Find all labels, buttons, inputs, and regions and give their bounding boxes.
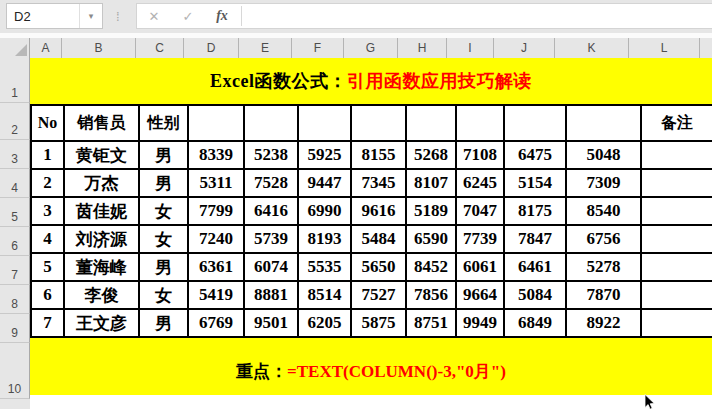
cell-E6[interactable]: 5739	[244, 225, 298, 253]
cell-E9[interactable]: 9501	[244, 309, 298, 337]
cell-D4[interactable]: 5311	[188, 169, 244, 197]
row-header-2[interactable]: 2	[0, 103, 30, 140]
cell-I2[interactable]	[456, 105, 504, 141]
cell-C6[interactable]: 女	[139, 225, 188, 253]
cell-H5[interactable]: 5189	[406, 197, 456, 225]
cell-L8[interactable]	[641, 281, 712, 309]
cell-H8[interactable]: 7856	[406, 281, 456, 309]
cell-C7[interactable]: 男	[139, 253, 188, 281]
cell-E7[interactable]: 6074	[244, 253, 298, 281]
cell-G3[interactable]: 8155	[351, 141, 406, 169]
column-header-G[interactable]: G	[344, 38, 398, 58]
cell-H3[interactable]: 5268	[406, 141, 456, 169]
cell-H7[interactable]: 8452	[406, 253, 456, 281]
column-header-B[interactable]: B	[62, 38, 136, 58]
cell-G4[interactable]: 7345	[351, 169, 406, 197]
column-header-J[interactable]: J	[494, 38, 555, 58]
cell-J4[interactable]: 5154	[504, 169, 566, 197]
cell-J8[interactable]: 5084	[504, 281, 566, 309]
cell-F9[interactable]: 6205	[298, 309, 351, 337]
cell-A6[interactable]: 4	[31, 225, 64, 253]
column-header-C[interactable]: C	[136, 38, 184, 58]
cell-C2[interactable]: 性别	[139, 105, 188, 141]
name-box[interactable]: D2 ▾	[6, 3, 103, 29]
cell-L5[interactable]	[641, 197, 712, 225]
cell-L2[interactable]: 备注	[641, 105, 712, 141]
cell-H6[interactable]: 6590	[406, 225, 456, 253]
enter-icon[interactable]: ✓	[171, 9, 205, 24]
cell-B3[interactable]: 黄钜文	[64, 141, 139, 169]
cell-H2[interactable]	[406, 105, 456, 141]
cell-L6[interactable]	[641, 225, 712, 253]
cell-H4[interactable]: 8107	[406, 169, 456, 197]
cell-J3[interactable]: 6475	[504, 141, 566, 169]
cell-B4[interactable]: 万杰	[64, 169, 139, 197]
row-header-6[interactable]: 6	[0, 227, 30, 256]
cell-B5[interactable]: 茵佳妮	[64, 197, 139, 225]
row-header-10[interactable]: 10	[0, 343, 30, 399]
cell-G2[interactable]	[351, 105, 406, 141]
formula-bar-input[interactable]	[244, 4, 712, 28]
cell-K8[interactable]: 7870	[566, 281, 641, 309]
cell-B8[interactable]: 李俊	[64, 281, 139, 309]
cell-C9[interactable]: 男	[139, 309, 188, 337]
cell-G9[interactable]: 5875	[351, 309, 406, 337]
cell-E8[interactable]: 8881	[244, 281, 298, 309]
cell-A7[interactable]: 5	[31, 253, 64, 281]
column-header-K[interactable]: K	[555, 38, 629, 58]
column-header-D[interactable]: D	[184, 38, 239, 58]
cell-J6[interactable]: 7847	[504, 225, 566, 253]
cell-B9[interactable]: 王文彦	[64, 309, 139, 337]
name-box-value[interactable]: D2	[7, 9, 79, 24]
cell-K5[interactable]: 8540	[566, 197, 641, 225]
column-header-L[interactable]: L	[629, 38, 700, 58]
insert-function-icon[interactable]: fx	[205, 8, 239, 24]
cell-F2[interactable]	[298, 105, 351, 141]
column-header-F[interactable]: F	[292, 38, 344, 58]
cell-J7[interactable]: 6461	[504, 253, 566, 281]
select-all-corner[interactable]	[0, 38, 30, 58]
cell-I4[interactable]: 6245	[456, 169, 504, 197]
cell-D8[interactable]: 5419	[188, 281, 244, 309]
cell-A8[interactable]: 6	[31, 281, 64, 309]
cell-E3[interactable]: 5238	[244, 141, 298, 169]
cell-F4[interactable]: 9447	[298, 169, 351, 197]
cell-D3[interactable]: 8339	[188, 141, 244, 169]
cell-K9[interactable]: 8922	[566, 309, 641, 337]
cell-G6[interactable]: 5484	[351, 225, 406, 253]
row-header-8[interactable]: 8	[0, 285, 30, 314]
cell-E5[interactable]: 6416	[244, 197, 298, 225]
cell-L9[interactable]	[641, 309, 712, 337]
cell-D7[interactable]: 6361	[188, 253, 244, 281]
cell-C3[interactable]: 男	[139, 141, 188, 169]
cell-G8[interactable]: 7527	[351, 281, 406, 309]
cell-D9[interactable]: 6769	[188, 309, 244, 337]
cell-L7[interactable]	[641, 253, 712, 281]
cell-F3[interactable]: 5925	[298, 141, 351, 169]
cell-I7[interactable]: 6061	[456, 253, 504, 281]
cell-F7[interactable]: 5535	[298, 253, 351, 281]
column-header-I[interactable]: I	[447, 38, 494, 58]
cell-G5[interactable]: 9616	[351, 197, 406, 225]
cell-G7[interactable]: 5650	[351, 253, 406, 281]
cell-L3[interactable]	[641, 141, 712, 169]
cell-B7[interactable]: 董海峰	[64, 253, 139, 281]
cell-A4[interactable]: 2	[31, 169, 64, 197]
cell-A3[interactable]: 1	[31, 141, 64, 169]
cell-I6[interactable]: 7739	[456, 225, 504, 253]
cell-B6[interactable]: 刘济源	[64, 225, 139, 253]
cell-I3[interactable]: 7108	[456, 141, 504, 169]
column-header-E[interactable]: E	[239, 38, 292, 58]
cell-F6[interactable]: 8193	[298, 225, 351, 253]
cell-I8[interactable]: 9664	[456, 281, 504, 309]
cell-B2[interactable]: 销售员	[64, 105, 139, 141]
column-header-H[interactable]: H	[398, 38, 447, 58]
cell-E2[interactable]	[244, 105, 298, 141]
cell-A5[interactable]: 3	[31, 197, 64, 225]
cell-K6[interactable]: 6756	[566, 225, 641, 253]
cell-J5[interactable]: 8175	[504, 197, 566, 225]
cell-C5[interactable]: 女	[139, 197, 188, 225]
row-header-9[interactable]: 9	[0, 314, 30, 343]
cell-J9[interactable]: 6849	[504, 309, 566, 337]
row-header-5[interactable]: 5	[0, 198, 30, 227]
